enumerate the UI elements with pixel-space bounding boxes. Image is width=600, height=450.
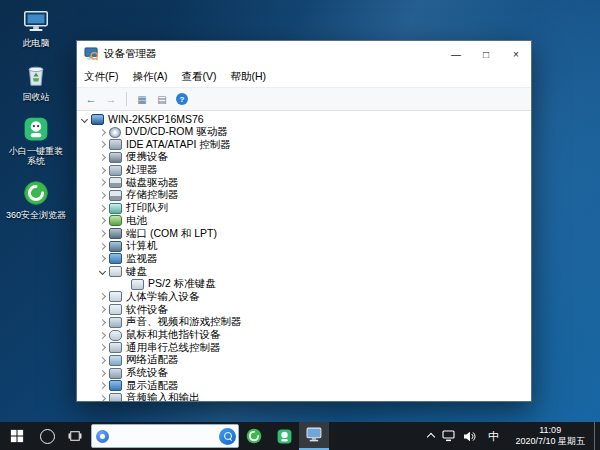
window-controls: — □ ×	[441, 41, 531, 67]
taskbar-app-360-browser[interactable]	[239, 422, 269, 450]
chevron-right-icon[interactable]	[97, 176, 108, 189]
show-desktop-button[interactable]	[594, 422, 600, 450]
chevron-right-icon[interactable]	[97, 227, 108, 240]
tree-item-computer2[interactable]: 计算机	[77, 240, 531, 253]
desktop: 此电脑 回收站	[0, 0, 600, 450]
xiaobai-icon	[276, 428, 293, 445]
tree-item-printer[interactable]: 打印队列	[77, 202, 531, 215]
desktop-icon-this-pc[interactable]: 此电脑	[4, 6, 68, 49]
keyboard-icon	[109, 266, 122, 277]
console-tree-icon[interactable]: ▦	[133, 91, 151, 108]
chevron-right-icon[interactable]	[97, 341, 108, 354]
chevron-right-icon[interactable]	[97, 316, 108, 329]
help-icon[interactable]: ?	[173, 91, 191, 108]
chevron-right-icon[interactable]	[97, 367, 108, 380]
minimize-button[interactable]: —	[441, 41, 471, 67]
task-view-icon	[68, 430, 82, 442]
tree-item-battery[interactable]: 电池	[77, 215, 531, 228]
hid-icon	[109, 291, 122, 302]
portable-icon	[109, 152, 122, 163]
tree-item-portable[interactable]: 便携设备	[77, 151, 531, 164]
software-icon	[109, 304, 122, 315]
desktop-icon-xiaobai-reinstall[interactable]: 小白一键重装系统	[4, 114, 68, 168]
chevron-right-icon[interactable]	[97, 240, 108, 253]
taskbar-app-device-manager[interactable]	[299, 422, 329, 450]
tree-item-software[interactable]: 软件设备	[77, 303, 531, 316]
menu-file[interactable]: 文件(F)	[77, 68, 125, 86]
maximize-button[interactable]: □	[471, 41, 501, 67]
taskbar-search-input[interactable]	[91, 424, 239, 448]
tree-item-network[interactable]: 网络适配器	[77, 354, 531, 367]
back-icon[interactable]: ←	[82, 91, 100, 108]
chevron-right-icon[interactable]	[97, 253, 108, 266]
xiaobai-reinstall-icon	[21, 114, 51, 144]
chevron-right-icon[interactable]	[97, 291, 108, 304]
chevron-down-icon[interactable]	[79, 113, 90, 126]
close-button[interactable]: ×	[501, 41, 531, 67]
chevron-right-icon[interactable]	[97, 215, 108, 228]
chevron-right-icon[interactable]	[97, 164, 108, 177]
tree-item-ports[interactable]: 端口 (COM 和 LPT)	[77, 227, 531, 240]
printer-icon	[109, 203, 122, 214]
network-tray-button[interactable]	[438, 422, 459, 450]
tree-item-storage[interactable]: 存储控制器	[77, 189, 531, 202]
360-browser-icon	[245, 427, 263, 445]
start-button[interactable]	[0, 422, 34, 450]
dvd-icon	[109, 127, 121, 138]
chevron-right-icon[interactable]	[97, 303, 108, 316]
chevron-right-icon[interactable]	[97, 379, 108, 392]
hidden-icons-button[interactable]	[424, 422, 438, 450]
titlebar[interactable]: 设备管理器 — □ ×	[77, 41, 531, 67]
tree-item-keyboard[interactable]: 键盘	[77, 265, 531, 278]
cortana-button[interactable]	[34, 422, 61, 450]
chevron-right-icon[interactable]	[97, 151, 108, 164]
chevron-right-icon[interactable]	[97, 138, 108, 151]
taskbar: 中 11:09 2020/7/10 星期五	[0, 422, 600, 450]
system-icon	[109, 368, 122, 379]
tree-item-monitor[interactable]: 监视器	[77, 253, 531, 266]
menu-action[interactable]: 操作(A)	[125, 68, 174, 86]
chevron-right-icon[interactable]	[97, 126, 108, 139]
tree-item-usb[interactable]: 通用串行总线控制器	[77, 341, 531, 354]
menu-view[interactable]: 查看(V)	[174, 68, 223, 86]
tree-item-audio[interactable]: 音频输入和输出	[77, 392, 531, 401]
volume-tray-button[interactable]	[459, 422, 480, 450]
desktop-icon-360-browser[interactable]: 360安全浏览器	[4, 178, 68, 221]
audio-icon	[109, 393, 122, 401]
chevron-right-icon[interactable]	[97, 354, 108, 367]
window-title: 设备管理器	[104, 47, 441, 61]
tree-item-sound[interactable]: 声音、视频和游戏控制器	[77, 316, 531, 329]
toolbar: ← → ▦ ▤ ?	[77, 88, 531, 111]
tree-item-mouse[interactable]: 鼠标和其他指针设备	[77, 329, 531, 342]
tree-item-system[interactable]: 系统设备	[77, 367, 531, 380]
desktop-icon-recycle-bin[interactable]: 回收站	[4, 60, 68, 103]
tree-item-computer[interactable]: WIN-2K5KP16MS76	[77, 113, 531, 126]
ports-icon	[109, 228, 122, 239]
menu-help[interactable]: 帮助(H)	[223, 68, 273, 86]
tree-item-dvd[interactable]: DVD/CD-ROM 驱动器	[77, 126, 531, 139]
tree-item-label: 音频输入和输出	[122, 391, 200, 401]
chevron-right-icon[interactable]	[97, 202, 108, 215]
properties-icon[interactable]: ▤	[153, 91, 171, 108]
chevron-right-icon[interactable]	[97, 329, 108, 342]
clock[interactable]: 11:09 2020/7/10 星期五	[506, 422, 594, 450]
system-tray: 中 11:09 2020/7/10 星期五	[424, 422, 600, 450]
chevron-down-icon[interactable]	[97, 265, 108, 278]
tree-item-disk[interactable]: 磁盘驱动器	[77, 176, 531, 189]
forward-icon[interactable]: →	[102, 91, 120, 108]
tree-item-keyboard-child[interactable]: PS/2 标准键盘	[77, 278, 531, 291]
task-view-button[interactable]	[61, 422, 88, 450]
ime-indicator[interactable]: 中	[480, 422, 506, 450]
sound-icon	[109, 317, 122, 328]
chevron-right-icon[interactable]	[97, 189, 108, 202]
tree-item-display[interactable]: 显示适配器	[77, 379, 531, 392]
search-icon[interactable]	[219, 428, 236, 445]
chevron-right-icon[interactable]	[97, 392, 108, 401]
tree-item-hid[interactable]: 人体学输入设备	[77, 291, 531, 304]
taskbar-app-xiaobai[interactable]	[269, 422, 299, 450]
cortana-icon	[40, 429, 55, 444]
clock-date: 2020/7/10 星期五	[515, 436, 585, 447]
tree-item-processor[interactable]: 处理器	[77, 164, 531, 177]
keyboard-icon	[131, 279, 144, 290]
tree-item-ide[interactable]: IDE ATA/ATAPI 控制器	[77, 138, 531, 151]
